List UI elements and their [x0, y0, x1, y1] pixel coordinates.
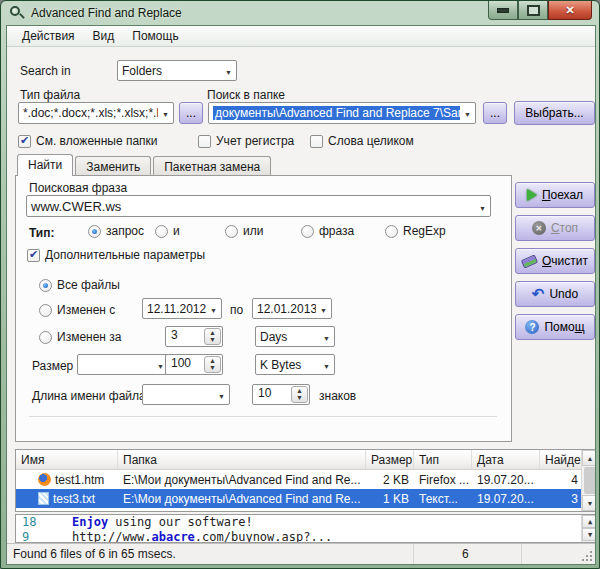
radio-modified-within[interactable]: Изменен за: [39, 330, 122, 344]
date-to-picker[interactable]: 12.01.2013: [252, 298, 332, 319]
scroll-down-icon[interactable]: [582, 528, 596, 541]
tab-strip: Найти Заменить Пакетная замена: [17, 154, 273, 175]
radio-icon: [39, 304, 52, 317]
phrase-combobox[interactable]: www.CWER.ws: [26, 195, 491, 217]
status-count: 6: [414, 544, 522, 564]
menu-help[interactable]: Помощь: [124, 27, 186, 45]
dropdown-arrow-icon[interactable]: [158, 106, 173, 120]
help-button[interactable]: Помощ: [515, 314, 595, 340]
clear-button[interactable]: Очистит: [515, 248, 595, 274]
status-extra: [522, 544, 534, 564]
radio-and[interactable]: и: [155, 224, 180, 238]
size-label: Размер: [32, 359, 73, 373]
tab-batch-replace[interactable]: Пакетная замена: [153, 156, 271, 175]
radio-icon: [39, 331, 52, 344]
size-op-select[interactable]: [77, 354, 169, 375]
menu-actions[interactable]: Действия: [14, 27, 83, 45]
checkbox-icon: [198, 135, 211, 148]
match-highlight: abacre: [151, 530, 194, 543]
checkbox-icon: [310, 135, 323, 148]
within-unit-select[interactable]: Days: [255, 326, 335, 347]
dropdown-arrow-icon[interactable]: [460, 106, 475, 120]
preview-pane[interactable]: 18 Enjoy using our software! 9 http://ww…: [15, 514, 596, 543]
radio-all-files[interactable]: Все файлы: [39, 278, 120, 292]
client-area: Действия Вид Помощь Search in Folders Ти…: [6, 25, 596, 565]
dropdown-arrow-icon[interactable]: [221, 64, 236, 78]
table-row[interactable]: test1.htm E:\Мои документы\Advanced Find…: [16, 470, 596, 489]
file-type-select[interactable]: *.doc;*.docx;*.xls;*.xlsx;*.h: [18, 102, 174, 124]
menu-bar: Действия Вид Помощь: [7, 26, 595, 47]
eraser-icon: [521, 254, 538, 268]
help-icon: [525, 320, 539, 334]
choose-button[interactable]: Выбрать...: [514, 101, 595, 125]
preview-scrollbar[interactable]: [581, 515, 596, 542]
col-folder[interactable]: Папка: [118, 450, 366, 469]
col-size[interactable]: Размер: [366, 450, 414, 469]
to-label: по: [230, 303, 243, 317]
resize-grip-icon[interactable]: [581, 550, 593, 562]
tab-find[interactable]: Найти: [17, 154, 73, 176]
name-length-spinner[interactable]: 10: [252, 384, 310, 405]
date-from-picker[interactable]: 12.11.2012: [142, 298, 222, 319]
case-checkbox[interactable]: Учет регистра: [198, 134, 294, 148]
spin-down-icon[interactable]: [205, 337, 220, 345]
close-button[interactable]: [548, 1, 592, 20]
go-button[interactable]: Поехал: [515, 182, 595, 208]
results-header[interactable]: Имя Папка Размер Тип Дата Найдено: [16, 450, 596, 470]
scroll-up-icon[interactable]: [582, 515, 596, 528]
radio-phrase[interactable]: фраза: [301, 224, 354, 238]
maximize-button[interactable]: [518, 1, 548, 20]
col-date[interactable]: Дата: [472, 450, 540, 469]
firefox-icon: [38, 473, 51, 486]
scroll-thumb[interactable]: [584, 467, 596, 494]
dropdown-arrow-icon[interactable]: [316, 302, 331, 316]
radio-or[interactable]: или: [225, 224, 263, 238]
match-highlight: Enjoy: [72, 515, 108, 529]
advanced-params-checkbox[interactable]: Дополнительные параметры: [27, 248, 205, 262]
scroll-up-icon[interactable]: [582, 450, 596, 466]
selected-path-text: документы\Advanced Find and Replace 7\Sa…: [213, 106, 460, 120]
radio-regexp[interactable]: RegExp: [385, 224, 446, 238]
size-unit-select[interactable]: K Bytes: [255, 354, 335, 375]
radio-modified-from[interactable]: Изменен с: [39, 303, 115, 317]
checkbox-checked-icon: [27, 249, 40, 262]
dropdown-arrow-icon[interactable]: [319, 358, 334, 372]
results-scrollbar[interactable]: [581, 450, 596, 511]
magnifier-app-icon: [9, 5, 25, 21]
minimize-button[interactable]: [488, 1, 518, 20]
stop-button[interactable]: Стоп: [515, 215, 595, 241]
spin-down-icon[interactable]: [292, 395, 307, 403]
folder-select[interactable]: документы\Advanced Find and Replace 7\Sa…: [208, 102, 476, 124]
size-value-spinner[interactable]: 100: [165, 354, 223, 375]
app-window: Advanced Find and Replace Действия Вид П…: [0, 0, 600, 569]
text-file-icon: [38, 492, 49, 505]
preview-line: 18 Enjoy using our software!: [16, 515, 596, 530]
dropdown-arrow-icon[interactable]: [475, 199, 490, 214]
within-value-spinner[interactable]: 3: [165, 326, 223, 347]
table-row-selected[interactable]: test3.txt E:\Мои документы\Advanced Find…: [16, 489, 596, 508]
folder-browse-button[interactable]: ...: [483, 102, 507, 124]
play-icon: [527, 189, 537, 201]
whole-words-checkbox[interactable]: Слова целиком: [310, 134, 414, 148]
subfolders-checkbox[interactable]: См. вложенные папки: [18, 134, 158, 148]
undo-button[interactable]: Undo: [515, 281, 595, 307]
close-icon: [565, 3, 574, 17]
search-in-select[interactable]: Folders: [117, 60, 237, 81]
status-message: Found 6 files of 6 in 65 msecs.: [7, 544, 414, 564]
tab-replace[interactable]: Заменить: [75, 156, 151, 175]
dropdown-arrow-icon[interactable]: [214, 388, 229, 402]
dropdown-arrow-icon[interactable]: [319, 330, 334, 344]
radio-query[interactable]: запрос: [88, 224, 144, 238]
col-name[interactable]: Имя: [16, 450, 118, 469]
col-type[interactable]: Тип: [414, 450, 472, 469]
scroll-down-icon[interactable]: [582, 495, 596, 511]
name-length-op-select[interactable]: [142, 384, 230, 405]
file-type-browse-button[interactable]: ...: [179, 102, 203, 124]
title-bar[interactable]: Advanced Find and Replace: [1, 1, 599, 25]
radio-icon: [301, 225, 314, 238]
menu-view[interactable]: Вид: [85, 27, 123, 45]
dropdown-arrow-icon[interactable]: [206, 302, 221, 316]
col-found[interactable]: Найдено: [540, 450, 583, 469]
spin-down-icon[interactable]: [205, 365, 220, 373]
minimize-icon: [497, 8, 509, 13]
